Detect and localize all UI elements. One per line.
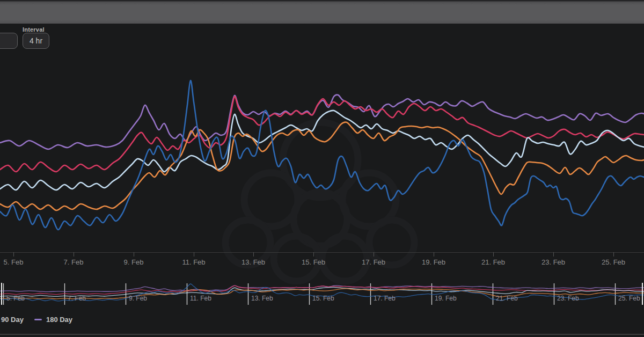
minimap-label: 25. Feb — [618, 295, 640, 302]
x-axis-label: 5. Feb — [4, 258, 24, 266]
x-axis-label: 7. Feb — [64, 258, 84, 266]
minimap-label: 5. Feb — [6, 295, 25, 302]
legend-item-180-day[interactable]: 180 Day — [34, 316, 72, 324]
bottom-divider — [0, 334, 644, 335]
x-axis-label: 11. Feb — [182, 258, 205, 266]
legend-label: 90 Day — [1, 316, 24, 324]
chart-legend: 90 Day 180 Day — [1, 316, 72, 324]
mini-line-series-crimson — [0, 285, 644, 294]
watermark-logo — [225, 122, 414, 281]
minimap-label: 17. Feb — [374, 295, 396, 302]
minimap-label: 9. Feb — [129, 295, 147, 302]
x-axis-label: 15. Feb — [302, 258, 325, 266]
x-axis-label: 17. Feb — [362, 258, 385, 266]
minimap-label: 23. Feb — [557, 295, 579, 302]
chart-series-lines — [0, 80, 644, 230]
main-chart[interactable] — [0, 0, 644, 337]
app-window: Interval 4 hr 5. Feb7. Feb9. Feb11. Feb1… — [0, 0, 644, 337]
legend-label: 180 Day — [46, 316, 72, 324]
minimap-label: 21. Feb — [496, 295, 518, 302]
x-axis-label: 9. Feb — [124, 258, 144, 266]
legend-item-90-day[interactable]: 90 Day — [1, 316, 24, 324]
minimap-label: 15. Feb — [312, 295, 334, 302]
minimap-label: 7. Feb — [68, 295, 86, 302]
line-series-blue — [0, 80, 644, 230]
x-axis-label: 13. Feb — [241, 258, 265, 266]
x-axis-label: 21. Feb — [481, 258, 505, 266]
x-axis-label: 25. Feb — [602, 258, 625, 266]
legend-swatch-180-day — [34, 319, 42, 320]
x-axis-label: 19. Feb — [422, 258, 445, 266]
minimap-label: 19. Feb — [435, 295, 457, 302]
x-axis-label: 23. Feb — [541, 258, 565, 266]
line-series-crimson — [0, 97, 644, 172]
minimap-label: 13. Feb — [251, 295, 273, 302]
minimap-label: 11. Feb — [190, 295, 211, 302]
